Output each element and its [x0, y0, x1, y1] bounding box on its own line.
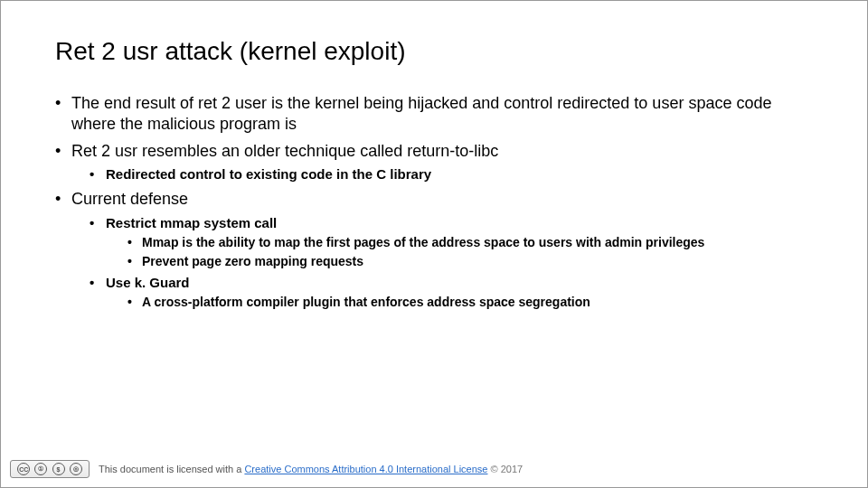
- license-prefix: This document is licensed with a: [99, 464, 244, 474]
- cc-logo-icon: CC: [17, 463, 30, 475]
- cc-license-icon: CC ① $ ◎: [10, 460, 90, 478]
- bullet-item: The end result of ret 2 user is the kern…: [55, 93, 813, 136]
- footer: CC ① $ ◎ This document is licensed with …: [10, 460, 523, 478]
- slide-title: Ret 2 usr attack (kernel exploit): [55, 37, 813, 66]
- cc-nc-icon: $: [52, 463, 65, 475]
- slide-body: Ret 2 usr attack (kernel exploit) The en…: [1, 1, 867, 311]
- bullet-list: The end result of ret 2 user is the kern…: [55, 93, 813, 311]
- bullet-item: Use k. Guard A cross-platform compiler p…: [90, 274, 813, 311]
- bullet-item: A cross-platform compiler plugin that en…: [127, 294, 813, 311]
- bullet-item: Mmap is the ability to map the first pag…: [127, 234, 813, 251]
- bullet-item: Restrict mmap system call Mmap is the ab…: [90, 214, 813, 270]
- bullet-text: Use k. Guard: [106, 275, 190, 290]
- license-link[interactable]: Creative Commons Attribution 4.0 Interna…: [244, 464, 487, 474]
- bullet-text: Ret 2 usr resembles an older technique c…: [71, 142, 498, 160]
- bullet-item: Current defense Restrict mmap system cal…: [55, 189, 813, 311]
- bullet-item: Prevent page zero mapping requests: [127, 253, 813, 270]
- bullet-text: Restrict mmap system call: [106, 215, 277, 230]
- license-text: This document is licensed with a Creativ…: [99, 464, 523, 474]
- bullet-text: Current defense: [71, 190, 188, 208]
- cc-sa-icon: ◎: [70, 463, 82, 475]
- copyright-text: © 2017: [491, 464, 524, 474]
- bullet-item: Ret 2 usr resembles an older technique c…: [55, 141, 813, 184]
- cc-by-icon: ①: [34, 463, 47, 475]
- bullet-item: Redirected control to existing code in t…: [90, 165, 813, 183]
